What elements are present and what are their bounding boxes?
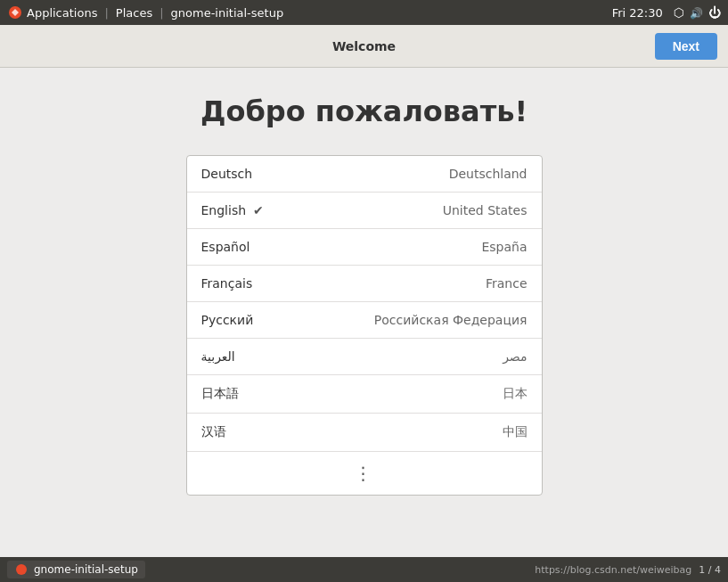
language-row[interactable]: FrançaisFrance bbox=[187, 266, 542, 302]
url-hint: https://blog.csdn.net/weiweibag bbox=[535, 564, 691, 576]
title-bar: Welcome Next bbox=[0, 25, 728, 68]
lang-name: 汉语 bbox=[201, 424, 226, 440]
lang-region: United States bbox=[443, 203, 528, 217]
lang-region: مصر bbox=[503, 349, 527, 364]
places-label[interactable]: Places bbox=[116, 6, 152, 20]
language-list: DeutschDeutschlandEnglish✔United StatesE… bbox=[186, 155, 543, 496]
language-row[interactable]: РусскийРоссийская Федерация bbox=[187, 302, 542, 339]
volume-icon[interactable] bbox=[690, 6, 703, 20]
window-title: Welcome bbox=[332, 39, 396, 53]
network-icon[interactable] bbox=[674, 5, 684, 20]
lang-region: 中国 bbox=[503, 424, 528, 440]
lang-name: Español bbox=[201, 240, 250, 254]
lang-left: Русский bbox=[201, 313, 261, 327]
lang-region: Deutschland bbox=[449, 167, 528, 181]
lang-name: Русский bbox=[201, 313, 254, 327]
applications-label[interactable]: Applications bbox=[27, 6, 97, 20]
lang-name: English bbox=[201, 203, 247, 217]
lang-check-icon: ✔ bbox=[253, 203, 264, 217]
welcome-heading: Добро пожаловать! bbox=[200, 94, 528, 128]
main-content: Добро пожаловать! DeutschDeutschlandEngl… bbox=[0, 68, 728, 582]
page-count: 1 / 4 bbox=[699, 564, 721, 576]
app-window: Welcome Next Добро пожаловать! DeutschDe… bbox=[0, 25, 728, 582]
app-name-label[interactable]: gnome-initial-setup bbox=[171, 6, 284, 20]
lang-left: Español bbox=[201, 240, 258, 254]
lang-name: Deutsch bbox=[201, 167, 253, 181]
task-icon bbox=[14, 562, 29, 577]
svg-point-1 bbox=[16, 564, 27, 575]
lang-region: Российская Федерация bbox=[374, 313, 528, 327]
lang-left: English✔ bbox=[201, 203, 264, 217]
applications-menu[interactable]: Applications bbox=[7, 4, 97, 20]
lang-left: Deutsch bbox=[201, 167, 260, 181]
separator: | bbox=[104, 6, 108, 20]
lang-left: العربية bbox=[201, 349, 242, 364]
lang-name: Français bbox=[201, 276, 253, 291]
next-button[interactable]: Next bbox=[655, 33, 717, 60]
power-icon[interactable] bbox=[708, 5, 721, 20]
lang-left: 汉语 bbox=[201, 424, 233, 440]
lang-name: 日本語 bbox=[201, 386, 239, 402]
taskbar: gnome-initial-setup https://blog.csdn.ne… bbox=[0, 557, 728, 582]
system-bar-right: Fri 22:30 bbox=[612, 5, 721, 20]
lang-region: France bbox=[486, 276, 528, 291]
time-label: Fri 22:30 bbox=[612, 6, 663, 20]
task-item[interactable]: gnome-initial-setup bbox=[7, 561, 145, 578]
language-row[interactable]: EspañolEspaña bbox=[187, 229, 542, 266]
lang-region: España bbox=[481, 240, 527, 254]
lang-left: Français bbox=[201, 276, 260, 291]
more-languages-button[interactable]: ⋮ bbox=[187, 452, 542, 495]
language-row[interactable]: 日本語日本 bbox=[187, 375, 542, 414]
task-app-name: gnome-initial-setup bbox=[34, 563, 138, 576]
lang-name: العربية bbox=[201, 349, 235, 364]
lang-region: 日本 bbox=[503, 386, 528, 402]
app-logo-icon bbox=[7, 4, 23, 20]
system-bar-left: Applications | Places | gnome-initial-se… bbox=[7, 4, 283, 20]
status-icons bbox=[674, 5, 721, 20]
language-row[interactable]: 汉语中国 bbox=[187, 414, 542, 452]
language-row[interactable]: العربيةمصر bbox=[187, 339, 542, 375]
lang-left: 日本語 bbox=[201, 386, 246, 402]
language-row[interactable]: DeutschDeutschland bbox=[187, 156, 542, 193]
system-bar: Applications | Places | gnome-initial-se… bbox=[0, 0, 728, 25]
separator2: | bbox=[160, 6, 163, 20]
language-row[interactable]: English✔United States bbox=[187, 193, 542, 229]
